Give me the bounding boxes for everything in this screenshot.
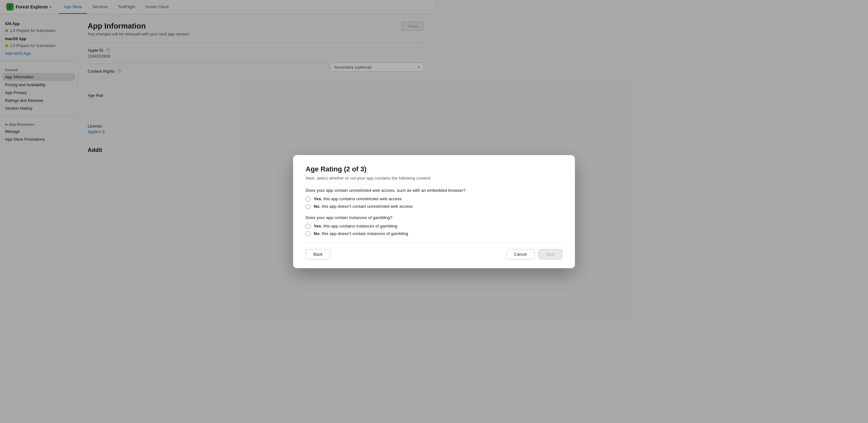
radio-yes-1-input[interactable]	[306, 197, 311, 202]
radio-no-1[interactable]: No, this app doesn't contain unrestricte…	[306, 204, 434, 209]
radio-no-1-label: No, this app doesn't contain unrestricte…	[314, 204, 413, 209]
question-1: Does your app contain unrestricted web a…	[306, 188, 434, 193]
radio-no-1-input[interactable]	[306, 204, 311, 209]
radio-group-1: Yes, this app contains unrestricted web …	[306, 197, 434, 209]
radio-yes-1[interactable]: Yes, this app contains unrestricted web …	[306, 197, 434, 202]
modal-subtitle: Next, select whether or not your app con…	[306, 176, 434, 180]
modal-overlay: Age Rating (2 of 3) Next, select whether…	[0, 0, 434, 212]
age-rating-modal: Age Rating (2 of 3) Next, select whether…	[293, 155, 434, 212]
radio-yes-1-label: Yes, this app contains unrestricted web …	[314, 197, 402, 201]
modal-title: Age Rating (2 of 3)	[306, 165, 434, 173]
